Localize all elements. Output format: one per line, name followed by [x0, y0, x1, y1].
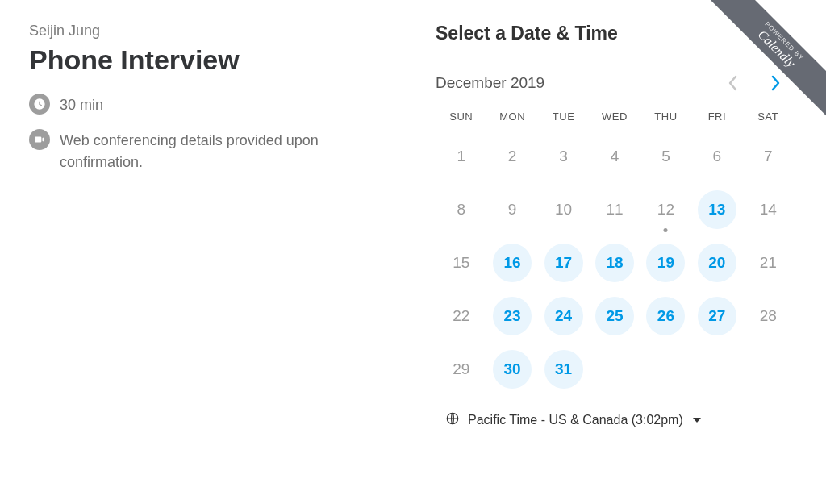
caret-down-icon: [693, 418, 701, 423]
location-row: Web conferencing details provided upon c…: [29, 129, 373, 173]
event-title: Phone Interview: [29, 44, 373, 76]
day-cell: 7: [743, 137, 794, 176]
weekday-label: SUN: [436, 110, 486, 123]
available-day[interactable]: 27: [698, 297, 736, 335]
day-cell: 23: [486, 297, 537, 335]
available-day[interactable]: 17: [544, 244, 583, 282]
day-cell: 20: [691, 244, 742, 282]
today-indicator: [664, 228, 668, 232]
day-cell: 17: [538, 244, 589, 282]
day-cell: 4: [589, 137, 640, 176]
available-day[interactable]: 20: [698, 244, 736, 282]
unavailable-day: 10: [544, 190, 583, 229]
day-cell: 19: [640, 244, 691, 282]
day-cell: 21: [743, 244, 794, 282]
month-label: December 2019: [436, 74, 544, 92]
weekday-label: MON: [486, 110, 537, 123]
weekday-label: SAT: [743, 110, 794, 123]
unavailable-day: 21: [749, 244, 787, 282]
day-cell: 8: [436, 190, 486, 229]
unavailable-day: 29: [442, 350, 481, 389]
unavailable-day: 22: [442, 297, 481, 335]
available-day[interactable]: 19: [646, 244, 685, 282]
calendar-panel: Select a Date & Time December 2019 SUN M…: [403, 0, 826, 504]
clock-icon: [29, 94, 50, 115]
day-cell: 12: [640, 190, 691, 229]
video-icon: [29, 129, 50, 150]
day-cell: 6: [691, 137, 742, 176]
day-cell: 16: [486, 244, 537, 282]
day-cell: 13: [691, 190, 742, 229]
unavailable-day: 2: [493, 137, 532, 176]
day-cell: 15: [436, 244, 486, 282]
day-cell: 31: [538, 350, 589, 389]
day-cell: 26: [640, 297, 691, 335]
day-cell: 3: [538, 137, 589, 176]
day-cell: 2: [486, 137, 537, 176]
unavailable-day: 7: [749, 137, 787, 176]
day-cell: 27: [691, 297, 742, 335]
days-grid: 1234567891011121314151617181920212223242…: [436, 137, 794, 389]
available-day[interactable]: 18: [595, 244, 634, 282]
available-day[interactable]: 24: [544, 297, 583, 335]
unavailable-day: 28: [749, 297, 787, 335]
weekday-label: FRI: [691, 110, 742, 123]
day-cell: 25: [589, 297, 640, 335]
duration-text: 30 min: [60, 94, 103, 116]
globe-icon: [445, 411, 460, 429]
timezone-label: Pacific Time - US & Canada (3:02pm): [468, 413, 683, 427]
unavailable-day: 14: [749, 190, 787, 229]
unavailable-day: 15: [442, 244, 481, 282]
timezone-selector[interactable]: Pacific Time - US & Canada (3:02pm): [436, 411, 794, 429]
available-day[interactable]: 31: [544, 350, 583, 389]
day-cell: 18: [589, 244, 640, 282]
unavailable-day: 6: [698, 137, 736, 176]
host-name: Seijin Jung: [29, 23, 373, 40]
available-day[interactable]: 30: [493, 350, 532, 389]
unavailable-day: 9: [493, 190, 532, 229]
unavailable-day: 1: [442, 137, 481, 176]
day-cell: 14: [743, 190, 794, 229]
day-cell: 11: [589, 190, 640, 229]
unavailable-day: 8: [442, 190, 481, 229]
available-day[interactable]: 26: [646, 297, 685, 335]
available-day[interactable]: 16: [493, 244, 532, 282]
unavailable-day: 12: [646, 190, 685, 229]
day-cell: 9: [486, 190, 537, 229]
unavailable-day: 3: [544, 137, 583, 176]
unavailable-day: 5: [646, 137, 685, 176]
unavailable-day: 11: [595, 190, 634, 229]
unavailable-day: 4: [595, 137, 634, 176]
duration-row: 30 min: [29, 94, 373, 116]
prev-month-button[interactable]: [723, 73, 742, 93]
day-cell: 5: [640, 137, 691, 176]
next-month-button[interactable]: [766, 73, 786, 93]
weekday-label: TUE: [538, 110, 589, 123]
day-cell: 22: [436, 297, 486, 335]
available-day[interactable]: 25: [595, 297, 634, 335]
day-cell: 29: [436, 350, 486, 389]
available-day[interactable]: 23: [493, 297, 532, 335]
event-details-panel: Seijin Jung Phone Interview 30 min Web c…: [0, 0, 403, 504]
day-cell: 1: [436, 137, 486, 176]
weekday-label: WED: [589, 110, 640, 123]
weekday-header: SUN MON TUE WED THU FRI SAT: [436, 110, 794, 123]
month-navigation: December 2019: [436, 73, 794, 93]
location-text: Web conferencing details provided upon c…: [60, 129, 373, 173]
weekday-label: THU: [640, 110, 691, 123]
day-cell: 10: [538, 190, 589, 229]
day-cell: 28: [743, 297, 794, 335]
day-cell: 30: [486, 350, 537, 389]
day-cell: 24: [538, 297, 589, 335]
available-day[interactable]: 13: [698, 190, 736, 229]
